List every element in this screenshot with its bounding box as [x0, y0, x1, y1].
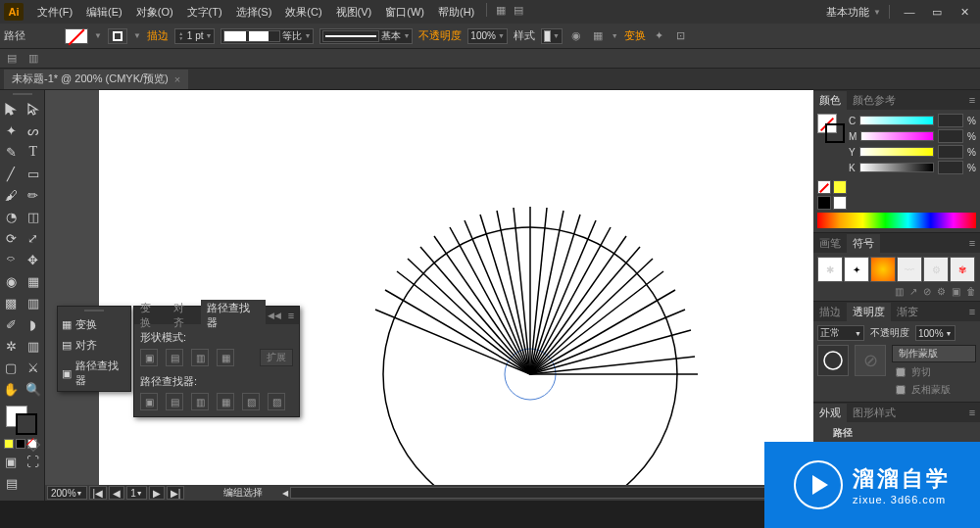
- val-c[interactable]: [938, 114, 963, 127]
- tool-eraser[interactable]: ◫: [23, 206, 45, 227]
- menu-effect[interactable]: 效果(C): [279, 3, 327, 22]
- align-icon[interactable]: ▦: [590, 28, 606, 44]
- val-m[interactable]: [938, 129, 963, 143]
- workspace-switcher[interactable]: 基本功能: [826, 5, 869, 20]
- style-combo[interactable]: ▼: [541, 28, 563, 44]
- menu-view[interactable]: 视图(V): [330, 3, 378, 22]
- blend-mode-combo[interactable]: 正常▼: [817, 325, 864, 341]
- tab-close-icon[interactable]: ×: [174, 73, 180, 85]
- pf-intersect[interactable]: ▥: [191, 349, 209, 366]
- layout-icon[interactable]: ▦: [493, 3, 509, 19]
- tool-blend[interactable]: ◗: [23, 313, 45, 335]
- opacity-value[interactable]: 100%▼: [467, 28, 508, 44]
- artboard-last[interactable]: ▶|: [167, 486, 185, 500]
- sym-lib-icon[interactable]: ▥: [895, 286, 904, 297]
- menu-file[interactable]: 文件(F): [31, 3, 78, 22]
- sym-place-icon[interactable]: ↗: [909, 286, 917, 297]
- pf-collapse-icon[interactable]: ◀◀: [266, 311, 283, 320]
- doc-setup-icon[interactable]: ▤: [4, 51, 20, 67]
- dock-tab-transform[interactable]: 变换: [75, 317, 97, 332]
- tool-gradient[interactable]: ▥: [23, 292, 45, 313]
- sym-break-icon[interactable]: ⊘: [923, 286, 931, 297]
- slider-y[interactable]: [859, 147, 934, 157]
- menu-edit[interactable]: 编辑(E): [80, 3, 128, 22]
- document-tab[interactable]: 未标题-1* @ 200% (CMYK/预览) ×: [4, 70, 188, 89]
- tool-free-transform[interactable]: ✥: [23, 249, 45, 270]
- tool-blob[interactable]: ◔: [0, 206, 23, 227]
- white-swatch[interactable]: [833, 196, 847, 210]
- tool-rectangle[interactable]: ▭: [23, 163, 45, 184]
- artboard-next[interactable]: ▶: [149, 486, 165, 500]
- doc-icon[interactable]: ▤: [511, 3, 526, 19]
- pf-crop[interactable]: ▦: [217, 393, 234, 410]
- tab-color-guide[interactable]: 颜色参考: [847, 91, 902, 110]
- hscrollbar[interactable]: [290, 487, 806, 499]
- tool-scale[interactable]: ⤢: [23, 227, 45, 249]
- pf-outline[interactable]: ▧: [242, 393, 260, 410]
- pf-minus-front[interactable]: ▤: [166, 349, 183, 366]
- recolor-icon[interactable]: ◉: [568, 28, 584, 44]
- fill-swatch[interactable]: [65, 28, 88, 44]
- isolate-icon[interactable]: ✦: [652, 28, 667, 44]
- window-minimize[interactable]: —: [898, 4, 921, 20]
- panel-menu-icon[interactable]: ≡: [964, 237, 980, 249]
- object-thumb[interactable]: [817, 345, 849, 376]
- pf-divide[interactable]: ▣: [140, 393, 158, 410]
- symbol-6[interactable]: ✾: [950, 257, 975, 282]
- tool-artboard[interactable]: ▢: [0, 357, 23, 378]
- extra-icon[interactable]: ⊡: [673, 28, 689, 44]
- slider-c[interactable]: [859, 116, 934, 125]
- menu-object[interactable]: 对象(O): [130, 3, 179, 22]
- tab-appearance[interactable]: 外观: [813, 404, 847, 422]
- menu-type[interactable]: 文字(T): [181, 3, 228, 22]
- yellow-swatch[interactable]: [833, 180, 847, 194]
- tool-selection[interactable]: [0, 98, 23, 120]
- toolbox-grip[interactable]: [0, 90, 44, 98]
- tab-transparency[interactable]: 透明度: [847, 303, 891, 321]
- tool-direct-select[interactable]: [23, 98, 45, 120]
- opacity-link[interactable]: 不透明度: [418, 28, 462, 43]
- invert-checkbox[interactable]: [896, 385, 906, 395]
- floating-dock-collapsed[interactable]: ▦变换 ▤对齐 ▣路径查找器: [57, 306, 131, 392]
- tool-lasso[interactable]: ᔕ: [23, 120, 45, 141]
- stroke-weight[interactable]: 1 pt▼: [174, 28, 216, 44]
- menu-select[interactable]: 选择(S): [230, 3, 278, 22]
- op-value[interactable]: 100%▼: [915, 325, 956, 341]
- make-mask-button[interactable]: 制作蒙版: [892, 345, 976, 362]
- pf-unite[interactable]: ▣: [140, 349, 158, 366]
- tool-hand[interactable]: ✋: [0, 378, 23, 400]
- panel-menu-icon[interactable]: ≡: [964, 94, 980, 106]
- zoom-combo[interactable]: 200% ▼: [47, 486, 87, 500]
- pf-merge[interactable]: ▥: [191, 393, 209, 410]
- menu-help[interactable]: 帮助(H): [432, 3, 480, 22]
- slider-m[interactable]: [860, 131, 934, 141]
- stroke-profile[interactable]: 基本▼: [319, 28, 413, 44]
- pf-tab-pathfinder[interactable]: 路径查找器: [201, 300, 267, 331]
- tool-brush[interactable]: 🖌: [0, 184, 23, 206]
- artboard-num[interactable]: 1 ▼: [126, 486, 147, 500]
- symbol-5[interactable]: ⚙: [923, 257, 949, 282]
- tab-stroke2[interactable]: 描边: [813, 303, 847, 321]
- tab-gradient[interactable]: 渐变: [891, 303, 924, 321]
- panel-menu-icon[interactable]: ≡: [964, 306, 980, 317]
- symbol-4[interactable]: 〰: [897, 257, 922, 282]
- tool-width[interactable]: ⌔: [0, 249, 23, 270]
- none-swatch[interactable]: [817, 180, 831, 194]
- tool-perspective[interactable]: ▦: [23, 270, 45, 292]
- val-y[interactable]: [938, 145, 963, 159]
- pf-minus-back[interactable]: ▨: [268, 393, 285, 410]
- slider-k[interactable]: [859, 163, 934, 172]
- tool-zoom[interactable]: 🔍: [23, 378, 45, 400]
- dock-tab-align[interactable]: 对齐: [75, 338, 97, 353]
- pref-icon[interactable]: ▥: [25, 51, 41, 67]
- dock-tab-pathfinder[interactable]: 路径查找器: [75, 359, 126, 388]
- fill-stroke-control[interactable]: [0, 404, 45, 437]
- tool-draw-normal[interactable]: ▣: [0, 451, 23, 472]
- tool-mesh[interactable]: ▩: [0, 292, 23, 313]
- artboard-prev[interactable]: ◀: [109, 486, 124, 500]
- tool-screen-mode[interactable]: ⛶: [23, 451, 45, 472]
- panel-menu-icon[interactable]: ≡: [964, 407, 980, 418]
- pf-menu-icon[interactable]: ≡: [283, 310, 299, 321]
- stroke-link[interactable]: 描边: [147, 28, 169, 43]
- hscroll-left[interactable]: ◀: [282, 489, 288, 498]
